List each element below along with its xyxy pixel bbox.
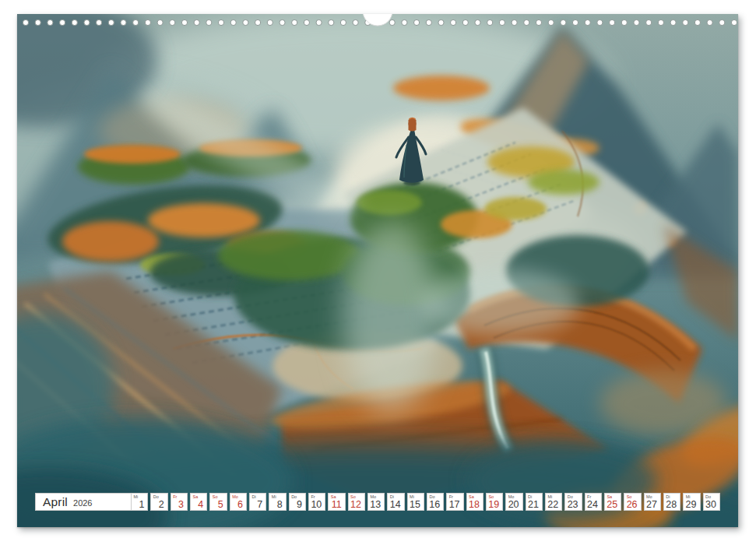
calendar-day-cell: Mo 6 [230, 493, 247, 511]
day-number: 18 [469, 500, 480, 510]
day-number: 20 [508, 500, 519, 510]
calendar-day-cell: Do 9 [289, 493, 306, 511]
weekday-abbreviation: Sa [331, 495, 336, 500]
weekday-abbreviation: Sa [607, 495, 612, 500]
calendar-day-cell: Do 16 [427, 493, 444, 511]
weekday-abbreviation: Fr [311, 495, 315, 500]
day-number: 16 [429, 500, 440, 510]
day-number: 28 [666, 500, 677, 510]
weekday-abbreviation: So [350, 495, 356, 500]
day-number: 5 [218, 500, 223, 510]
day-number: 19 [488, 500, 499, 510]
day-number: 23 [568, 500, 578, 510]
calendar-days-row: Mi 1 Do 2 Fr 3 Sa 4 So 5 Mo 6 Di 7 [131, 493, 720, 511]
weekday-abbreviation: Di [251, 495, 255, 500]
calendar-day-cell: Mi 22 [545, 493, 562, 511]
day-number: 9 [297, 500, 302, 510]
day-number: 10 [311, 500, 322, 510]
calendar-day-cell: Di 28 [663, 493, 680, 511]
day-number: 22 [547, 500, 558, 510]
day-number: 1 [139, 500, 144, 510]
weekday-abbreviation: Mi [547, 495, 552, 500]
weekday-abbreviation: Sa [469, 495, 474, 500]
day-number: 25 [607, 500, 617, 510]
calendar-day-cell: So 5 [209, 493, 227, 511]
calendar-day-cell: Mi 29 [683, 493, 700, 511]
calendar-day-cell: Mi 15 [407, 493, 424, 511]
calendar-day-cell: Fr 10 [308, 493, 325, 511]
weekday-abbreviation: Mo [370, 495, 376, 500]
day-number: 6 [237, 500, 243, 510]
weekday-abbreviation: Do [568, 495, 573, 500]
calendar-day-cell: Mo 20 [505, 493, 522, 511]
calendar-day-cell: Di 14 [387, 493, 404, 511]
calendar-day-cell: Do 23 [564, 493, 582, 511]
weekday-abbreviation: Mo [232, 495, 238, 500]
weekday-abbreviation: Di [528, 495, 532, 500]
day-number: 8 [277, 500, 283, 510]
day-number: 29 [686, 500, 697, 510]
month-label-box: April 2026 [35, 493, 132, 511]
day-number: 4 [198, 500, 203, 510]
weekday-abbreviation: Fr [449, 495, 453, 500]
weekday-abbreviation: Do [153, 495, 159, 500]
weekday-abbreviation: So [213, 495, 218, 500]
calendar-day-cell: Sa 18 [466, 493, 483, 511]
weekday-abbreviation: Mo [646, 495, 652, 500]
calendar-day-cell: Di 7 [249, 493, 266, 511]
day-number: 13 [370, 500, 381, 510]
calendar-day-cell: Fr 17 [446, 493, 463, 511]
scene-illustration [17, 14, 738, 527]
weekday-abbreviation: So [488, 495, 494, 500]
weekday-abbreviation: Fr [173, 495, 177, 500]
month-name: April [43, 494, 68, 510]
day-number: 17 [449, 500, 460, 510]
calendar-day-cell: Sa 25 [604, 493, 621, 511]
calendar-day-cell: So 12 [348, 493, 365, 511]
day-number: 7 [257, 500, 262, 510]
calendar-day-cell: Di 21 [526, 493, 543, 511]
weekday-abbreviation: Di [390, 495, 394, 500]
calendar-day-cell: Mi 1 [131, 493, 148, 511]
weekday-abbreviation: Fr [587, 495, 591, 500]
day-number: 21 [528, 500, 539, 510]
calendar-day-cell: Mo 13 [367, 493, 385, 511]
weekday-abbreviation: Sa [192, 495, 198, 500]
calendar-day-cell: Mi 8 [269, 493, 286, 511]
weekday-abbreviation: Mi [410, 495, 414, 500]
day-number: 2 [159, 500, 164, 510]
calendar-photo-sheet [17, 14, 738, 527]
weekday-abbreviation: Do [705, 495, 711, 500]
calendar-day-cell: Do 2 [150, 493, 167, 511]
day-number: 30 [705, 500, 716, 510]
calendar-day-cell: So 26 [624, 493, 641, 511]
calendar-day-cell: Fr 24 [585, 493, 602, 511]
weekday-abbreviation: Mi [686, 495, 691, 500]
weekday-abbreviation: Mi [272, 495, 276, 500]
calendar-page: April 2026 Mi 1 Do 2 Fr 3 Sa 4 So 5 Mo 6 [0, 0, 756, 545]
day-number: 24 [587, 500, 598, 510]
calendar-day-cell: Do 30 [703, 493, 720, 511]
day-number: 11 [332, 500, 342, 510]
day-number: 3 [178, 500, 184, 510]
day-number: 15 [410, 500, 420, 510]
calendar-day-cell: Fr 3 [171, 493, 188, 511]
weekday-abbreviation: Mo [508, 495, 515, 500]
weekday-abbreviation: Mi [134, 495, 139, 500]
day-number: 12 [350, 500, 361, 510]
day-number: 14 [390, 500, 401, 510]
year-label: 2026 [73, 498, 92, 508]
day-number: 26 [627, 500, 638, 510]
calendar-day-cell: Sa 11 [328, 493, 345, 511]
day-number: 27 [646, 500, 657, 510]
weekday-abbreviation: Do [429, 495, 434, 500]
calendar-day-cell: Sa 4 [190, 493, 207, 511]
weekday-abbreviation: Do [291, 495, 297, 500]
calendar-day-cell: So 19 [486, 493, 503, 511]
weekday-abbreviation: Di [666, 495, 670, 500]
weekday-abbreviation: So [627, 495, 632, 500]
calendar-day-cell: Mo 27 [644, 493, 661, 511]
